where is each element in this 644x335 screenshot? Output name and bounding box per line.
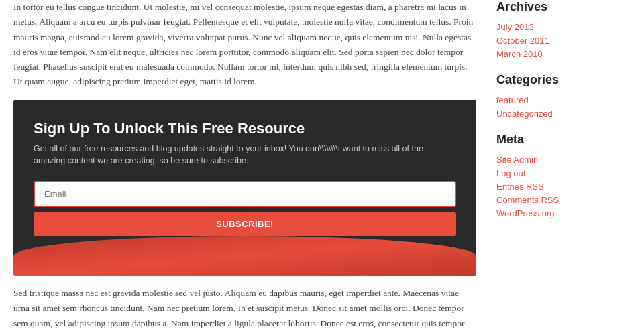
- meta-link-wordpress-org[interactable]: WordPress.org: [496, 208, 554, 218]
- archive-link-july-2013[interactable]: July 2013: [496, 22, 534, 32]
- meta-heading: Meta: [496, 133, 617, 149]
- meta-list: Site Admin Log out Entries RSS Comments …: [496, 155, 617, 219]
- signup-wave-decoration: [13, 236, 476, 276]
- list-item: Uncategorized: [496, 109, 617, 119]
- list-item: Log out: [496, 168, 617, 179]
- meta-link-comments-rss[interactable]: Comments RSS: [496, 195, 559, 205]
- page-layout: In tortor eu tellus congue tincidunt. Ut…: [0, 0, 644, 335]
- list-item: October 2011: [496, 36, 617, 46]
- signup-title: Sign Up To Unlock This Free Resource: [34, 120, 456, 137]
- meta-link-log-out[interactable]: Log out: [496, 168, 525, 178]
- category-link-featured[interactable]: featured: [496, 95, 529, 105]
- list-item: Comments RSS: [496, 195, 617, 206]
- meta-section: Meta Site Admin Log out Entries RSS Comm…: [496, 133, 617, 219]
- bottom-paragraph: Sed tristique massa nec est gravida mole…: [13, 286, 476, 335]
- subscribe-button[interactable]: SUBSCRIBE!: [34, 212, 456, 236]
- categories-list: featured Uncategorized: [496, 95, 617, 119]
- archive-link-march-2010[interactable]: March 2010: [496, 49, 543, 59]
- list-item: WordPress.org: [496, 208, 617, 219]
- list-item: July 2013: [496, 22, 617, 33]
- archives-section: Archives July 2013 October 2011 March 20…: [496, 0, 617, 60]
- meta-link-entries-rss[interactable]: Entries RSS: [496, 182, 544, 192]
- email-input[interactable]: [34, 181, 456, 207]
- archive-link-october-2011[interactable]: October 2011: [496, 36, 549, 46]
- main-content: In tortor eu tellus congue tincidunt. Ut…: [0, 0, 490, 335]
- category-link-uncategorized[interactable]: Uncategorized: [496, 109, 553, 119]
- sidebar: Archives July 2013 October 2011 March 20…: [490, 0, 631, 335]
- signup-description: Get all of our free resources and blog u…: [34, 143, 456, 168]
- archives-list: July 2013 October 2011 March 2010: [496, 22, 617, 60]
- list-item: March 2010: [496, 49, 617, 60]
- archives-heading: Archives: [496, 0, 617, 17]
- categories-section: Categories featured Uncategorized: [496, 73, 617, 119]
- list-item: Site Admin: [496, 155, 617, 165]
- list-item: featured: [496, 95, 617, 106]
- meta-link-site-admin[interactable]: Site Admin: [496, 155, 538, 165]
- categories-heading: Categories: [496, 73, 617, 90]
- signup-box: Sign Up To Unlock This Free Resource Get…: [13, 100, 476, 277]
- top-paragraph: In tortor eu tellus congue tincidunt. Ut…: [13, 0, 476, 90]
- list-item: Entries RSS: [496, 182, 617, 192]
